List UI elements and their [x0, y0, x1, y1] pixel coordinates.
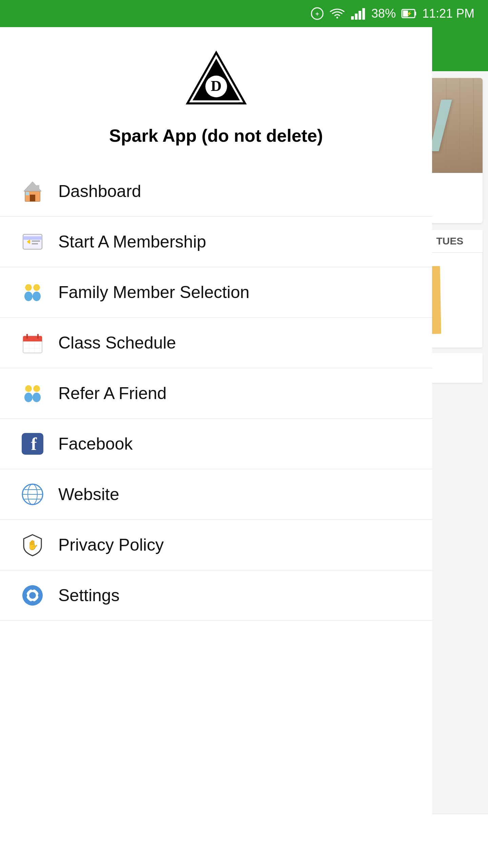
- svg-point-40: [24, 393, 33, 402]
- website-label: Website: [58, 485, 119, 504]
- svg-rect-4: [359, 11, 361, 20]
- drawer-header: D ™ Spark App (do not delete): [0, 27, 432, 159]
- drawer: D ™ Spark App (do not delete): [0, 27, 432, 868]
- svg-rect-7: [415, 12, 416, 16]
- family-label: Family Member Selection: [58, 282, 249, 302]
- menu-item-website[interactable]: Website: [0, 469, 432, 520]
- app-title: Spark App (do not delete): [96, 125, 337, 146]
- refer-icon: [20, 381, 45, 406]
- globe-icon: [20, 482, 45, 507]
- svg-point-41: [33, 385, 40, 392]
- svg-rect-57: [22, 594, 27, 597]
- svg-rect-16: [30, 195, 35, 201]
- svg-point-54: [29, 592, 36, 599]
- svg-rect-31: [23, 339, 42, 341]
- wifi-icon: [329, 7, 345, 20]
- status-icons: + 38% ⚡ 11:21 PM: [310, 6, 474, 21]
- menu-item-family[interactable]: Family Member Selection: [0, 267, 432, 318]
- refer-label: Refer A Friend: [58, 383, 167, 403]
- family-icon: [20, 280, 45, 304]
- membership-icon: [20, 230, 45, 254]
- svg-rect-56: [31, 601, 34, 606]
- status-time: 11:21 PM: [422, 6, 474, 21]
- svg-point-26: [24, 292, 33, 301]
- facebook-icon: f: [20, 432, 45, 456]
- battery-icon: ⚡: [401, 7, 417, 20]
- svg-point-39: [25, 385, 32, 392]
- svg-text:D: D: [211, 78, 222, 94]
- menu-item-privacy[interactable]: ✋ Privacy Policy: [0, 520, 432, 570]
- app-logo: D ™: [182, 47, 250, 115]
- shield-icon: ✋: [20, 533, 45, 557]
- svg-point-25: [25, 284, 32, 291]
- status-bar: + 38% ⚡ 11:21 PM: [0, 0, 488, 27]
- menu-item-refer[interactable]: Refer A Friend: [0, 368, 432, 419]
- svg-rect-18: [26, 192, 29, 195]
- menu-item-facebook[interactable]: f Facebook: [0, 419, 432, 469]
- svg-rect-55: [31, 585, 34, 590]
- svg-rect-2: [351, 16, 354, 20]
- svg-rect-21: [23, 236, 42, 240]
- svg-text:™: ™: [238, 101, 244, 107]
- menu-item-dashboard[interactable]: Dashboard: [0, 166, 432, 217]
- main-layout: ← W Welco More MONDAY TUES: [0, 27, 488, 868]
- data-saver-icon: +: [310, 7, 324, 20]
- schedule-label: Class Schedule: [58, 333, 176, 353]
- svg-text:✋: ✋: [27, 539, 39, 551]
- svg-rect-5: [362, 8, 365, 20]
- svg-text:f: f: [31, 434, 37, 454]
- menu-item-settings[interactable]: Settings: [0, 570, 432, 621]
- settings-label: Settings: [58, 586, 120, 605]
- svg-rect-19: [37, 185, 39, 191]
- menu-item-membership[interactable]: Start A Membership: [0, 217, 432, 267]
- calendar-icon: [20, 331, 45, 355]
- menu-item-schedule[interactable]: Class Schedule: [0, 318, 432, 368]
- svg-rect-3: [355, 14, 358, 20]
- facebook-label: Facebook: [58, 434, 133, 454]
- svg-text:+: +: [316, 11, 319, 17]
- svg-text:⚡: ⚡: [406, 11, 412, 17]
- settings-icon: [20, 583, 45, 608]
- house-icon: [20, 179, 45, 203]
- svg-point-28: [33, 292, 41, 301]
- svg-rect-58: [38, 594, 43, 597]
- signal-icon: [350, 7, 366, 20]
- svg-point-42: [33, 393, 41, 402]
- privacy-label: Privacy Policy: [58, 535, 164, 555]
- drawer-menu: Dashboard Start A Membership: [0, 166, 432, 621]
- svg-point-27: [33, 284, 40, 291]
- membership-label: Start A Membership: [58, 232, 206, 252]
- dashboard-label: Dashboard: [58, 181, 141, 201]
- battery-percentage: 38%: [371, 6, 396, 21]
